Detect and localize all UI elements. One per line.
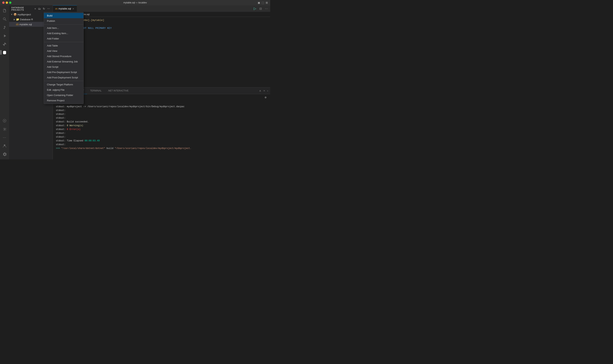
panel-tabs: PROBLEMS OUTPUT TERMINAL .NET INTERACTIV…: [53, 88, 270, 94]
window-controls[interactable]: [2, 1, 11, 4]
output-line-3: stdout:: [53, 109, 270, 112]
refresh-button[interactable]: ↻: [42, 7, 46, 11]
tab-bar: 🗃 mytable.sql × ▷ ⊟ ⋯: [53, 5, 270, 12]
svg-point-3: [4, 144, 5, 146]
menu-item-add-pre-deployment-script[interactable]: Add Pre-Deployment Script: [44, 69, 84, 75]
menu-item-add-post-deployment-script[interactable]: Add Post-Deployment Script: [44, 75, 84, 80]
files-activity-icon[interactable]: [1, 7, 8, 14]
editor-area: 🗃 mytable.sql × ▷ ⊟ ⋯ 📦 mydbproject › 🗃 …: [53, 5, 270, 159]
split-editor-button[interactable]: ⊟: [259, 6, 263, 11]
sidebar-header: DATABASE PROJECTS + 🗂 ↻ ⋯: [9, 5, 53, 12]
remote-activity-icon[interactable]: [1, 125, 8, 133]
menu-item-edit-sqlproj[interactable]: Edit .sqlproj File: [44, 87, 84, 92]
settings-activity-icon[interactable]: [1, 150, 8, 158]
output-settings-icon[interactable]: ⚙: [264, 96, 267, 99]
run-activity-icon[interactable]: [1, 32, 8, 39]
minimize-button[interactable]: [6, 1, 8, 4]
titlebar-right-icons: ▣ ⬚ ⊞: [258, 1, 268, 4]
more-options-button[interactable]: ⋯: [47, 7, 50, 11]
maximize-button[interactable]: [9, 1, 11, 4]
sidebar-title: DATABASE PROJECTS: [11, 6, 34, 11]
menu-item-open-containing-folder[interactable]: Open Containing Folder: [44, 92, 84, 98]
menu-item-add-external-streaming-job[interactable]: Add External Streaming Job: [44, 59, 84, 64]
tab-label: mytable.sql: [58, 7, 71, 10]
context-menu: Build Publish Add Item... Add Existing I…: [44, 12, 84, 104]
menu-item-add-stored-procedure[interactable]: Add Stored Procedure: [44, 53, 84, 59]
chevron-down-icon: ▼: [11, 13, 13, 15]
menu-item-add-folder[interactable]: Add Folder: [44, 36, 84, 41]
code-line-4: ): [62, 30, 270, 34]
output-line-5: stdout:: [53, 116, 270, 120]
activity-bar: ♥ ···: [0, 5, 9, 159]
chevron-right-icon: ▶: [14, 18, 15, 21]
output-line-12: stdout:: [53, 143, 270, 146]
source-control-activity-icon[interactable]: [1, 24, 8, 31]
output-line-6: stdout: Build succeeded.: [53, 120, 270, 124]
code-editor[interactable]: 1 2 3 4 5 CREATE TABLE [dbo].[mytable] (…: [53, 17, 270, 87]
project-label: mydbproject: [17, 13, 31, 16]
layout-icon[interactable]: ▣: [258, 1, 260, 4]
panel-icon[interactable]: ⬚: [262, 1, 264, 4]
code-content[interactable]: CREATE TABLE [dbo].[mytable] ( [Id] INT …: [62, 17, 270, 87]
breadcrumb: 📦 mydbproject › 🗃 mytable.sql: [53, 12, 270, 17]
menu-item-build[interactable]: Build: [44, 13, 84, 18]
output-line-4: stdout:: [53, 112, 270, 116]
close-button[interactable]: [2, 1, 5, 4]
window-title: mytable.sql — localdev: [123, 1, 147, 4]
menu-item-remove-project[interactable]: Remove Project: [44, 98, 84, 103]
svg-text:♥: ♥: [4, 119, 5, 122]
code-line-3: [Id] INT NOT NULL PRIMARY KEY: [62, 26, 270, 30]
panel-close-button[interactable]: ×: [263, 89, 265, 93]
new-file-button[interactable]: +: [34, 7, 37, 11]
menu-separator-2: [44, 42, 84, 42]
menu-item-add-script[interactable]: Add Script: [44, 64, 84, 69]
git-activity-icon[interactable]: ♥: [1, 117, 8, 125]
extensions-activity-icon[interactable]: [1, 40, 8, 48]
panel-actions: ∧ × ›: [259, 89, 270, 93]
tab-close-button[interactable]: ×: [72, 7, 74, 11]
more-tab-options-button[interactable]: ⋯: [264, 6, 269, 11]
output-line-1: stdout:: [53, 101, 270, 105]
panel-side-button[interactable]: ›: [267, 89, 269, 93]
panel-maximize-button[interactable]: ∧: [259, 89, 262, 93]
panel-tab-terminal[interactable]: TERMINAL: [87, 88, 105, 94]
minimap: [269, 17, 270, 87]
menu-separator-1: [44, 24, 84, 25]
output-label[interactable]: ▾ OUTPUT ⚙: [53, 95, 270, 101]
menu-item-add-view[interactable]: Add View: [44, 48, 84, 53]
menu-item-change-target-platform[interactable]: Change Target Platform: [44, 82, 84, 87]
sidebar-header-actions: + 🗂 ↻ ⋯: [34, 7, 50, 11]
sql-file-icon: 🗃: [16, 23, 19, 26]
panel-tab-net-interactive[interactable]: .NET INTERACTIVE: [105, 88, 132, 94]
output-line-2: stdout: mydbproject -> /Users/scoriani/r…: [53, 105, 270, 109]
tab-bar-actions: ▷ ⊟ ⋯: [253, 6, 270, 11]
output-line-13: >>> "/usr/local/share/dotnet/dotnet" bui…: [53, 146, 270, 150]
output-line-10: stdout:: [53, 135, 270, 139]
app-body: ♥ ···: [0, 5, 270, 159]
sidebar: DATABASE PROJECTS + 🗂 ↻ ⋯ ▼ 📦 mydbprojec…: [9, 5, 53, 159]
database-activity-icon[interactable]: [1, 49, 8, 56]
grid-icon[interactable]: ⊞: [266, 1, 268, 4]
tab-mytable-sql[interactable]: 🗃 mytable.sql ×: [53, 5, 77, 12]
code-line-1: CREATE TABLE [dbo].[mytable]: [62, 18, 270, 22]
menu-item-add-existing-item[interactable]: Add Existing Item...: [44, 31, 84, 36]
menu-item-add-item[interactable]: Add Item...: [44, 25, 84, 31]
tab-sql-icon: 🗃: [55, 7, 57, 10]
run-button[interactable]: ▷: [253, 6, 257, 11]
open-folder-button[interactable]: 🗂: [38, 7, 41, 11]
folder-icon: 📁: [16, 18, 19, 21]
project-icon: 📦: [14, 13, 17, 16]
output-line-11: stdout: Time Elapsed 00:00:03.49: [53, 139, 270, 143]
panel: PROBLEMS OUTPUT TERMINAL .NET INTERACTIV…: [53, 87, 270, 159]
activity-bar-bottom: ♥ ···: [1, 117, 8, 159]
output-line-9: stdout:: [53, 131, 270, 135]
code-line-5: [62, 34, 270, 38]
titlebar: mytable.sql — localdev ▣ ⬚ ⊞: [0, 0, 270, 5]
menu-item-publish[interactable]: Publish: [44, 18, 84, 24]
output-line-7: stdout: 0 Warning(s): [53, 124, 270, 128]
menu-item-add-table[interactable]: Add Table: [44, 43, 84, 48]
search-activity-icon[interactable]: [1, 15, 8, 23]
database-references-label: Database R: [20, 18, 33, 21]
more-activity-icon[interactable]: ···: [1, 134, 8, 141]
account-activity-icon[interactable]: [1, 142, 8, 150]
